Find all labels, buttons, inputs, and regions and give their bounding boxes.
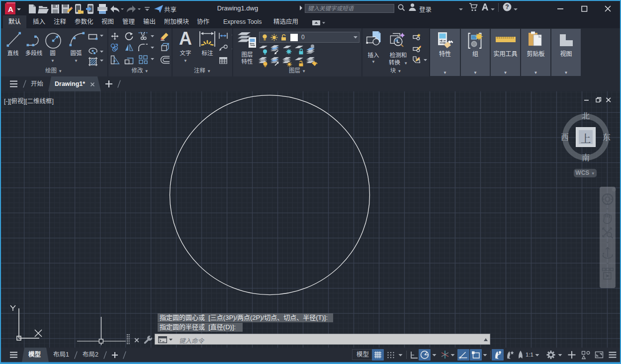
svg-text:A: A xyxy=(8,5,13,13)
svg-text:?: ? xyxy=(505,3,509,10)
